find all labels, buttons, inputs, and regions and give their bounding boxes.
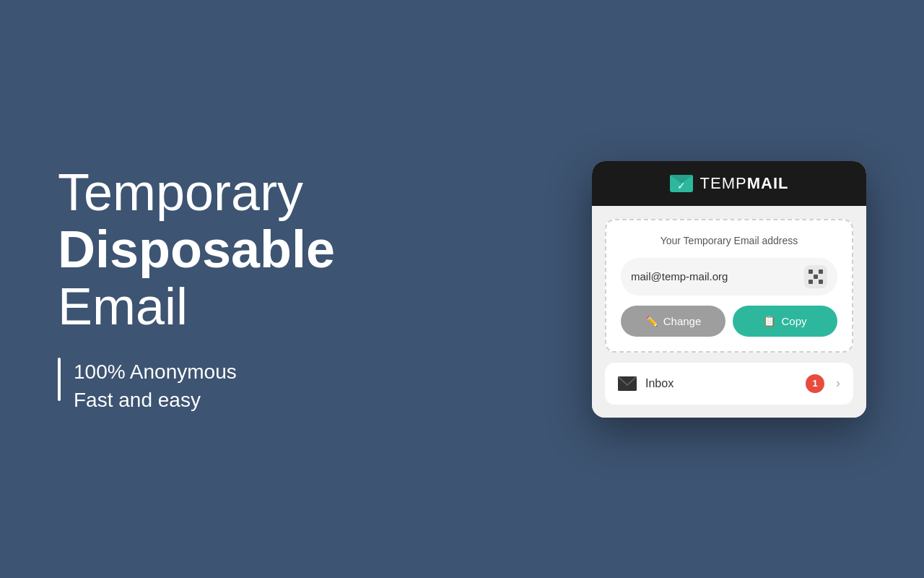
email-input-row: mail@temp-mail.org xyxy=(621,258,837,296)
inbox-card[interactable]: Inbox 1 › xyxy=(605,363,853,405)
logo-mail: MAIL xyxy=(747,174,789,192)
subtitle-block: 100% Anonymous Fast and easy xyxy=(58,358,534,414)
qr-icon xyxy=(808,269,823,284)
inbox-label: Inbox xyxy=(645,377,797,390)
main-title: Temporary Disposable Email xyxy=(58,164,534,336)
change-label: Change xyxy=(663,315,702,327)
pencil-icon: ✏️ xyxy=(645,315,658,327)
title-line3: Email xyxy=(58,277,188,335)
qr-code-button[interactable] xyxy=(804,265,827,288)
tempmail-logo-icon: ✓ xyxy=(670,175,693,192)
inbox-badge: 1 xyxy=(806,374,824,393)
title-line1: Temporary xyxy=(58,163,303,221)
copy-label: Copy xyxy=(781,315,806,327)
app-logo-text: TEMPMAIL xyxy=(700,174,789,193)
check-icon: ✓ xyxy=(677,180,686,191)
title-line2: Disposable xyxy=(58,221,534,278)
subtitle-line1: 100% Anonymous xyxy=(74,361,237,383)
right-section: ✓ TEMPMAIL Your Temporary Email address … xyxy=(578,161,881,418)
copy-icon: 📋 xyxy=(763,315,775,327)
vertical-bar xyxy=(58,358,61,401)
email-card-title: Your Temporary Email address xyxy=(621,235,837,246)
envelope-icon: ✓ xyxy=(670,175,693,192)
subtitle-line2: Fast and easy xyxy=(74,389,201,411)
app-body: Your Temporary Email address mail@temp-m… xyxy=(592,206,866,418)
left-section: Temporary Disposable Email 100% Anonymou… xyxy=(0,121,578,457)
change-button[interactable]: ✏️ Change xyxy=(621,306,725,337)
envelope-svg xyxy=(618,376,637,391)
subtitle-text: 100% Anonymous Fast and easy xyxy=(74,358,237,414)
app-header: ✓ TEMPMAIL xyxy=(592,161,866,206)
action-buttons: ✏️ Change 📋 Copy xyxy=(621,306,837,337)
email-address: mail@temp-mail.org xyxy=(631,270,798,282)
app-mockup: ✓ TEMPMAIL Your Temporary Email address … xyxy=(592,161,866,418)
email-card: Your Temporary Email address mail@temp-m… xyxy=(605,219,853,353)
inbox-envelope-icon xyxy=(618,376,637,391)
chevron-right-icon: › xyxy=(836,376,840,391)
logo-temp: TEMP xyxy=(700,174,747,192)
copy-button[interactable]: 📋 Copy xyxy=(733,306,837,337)
